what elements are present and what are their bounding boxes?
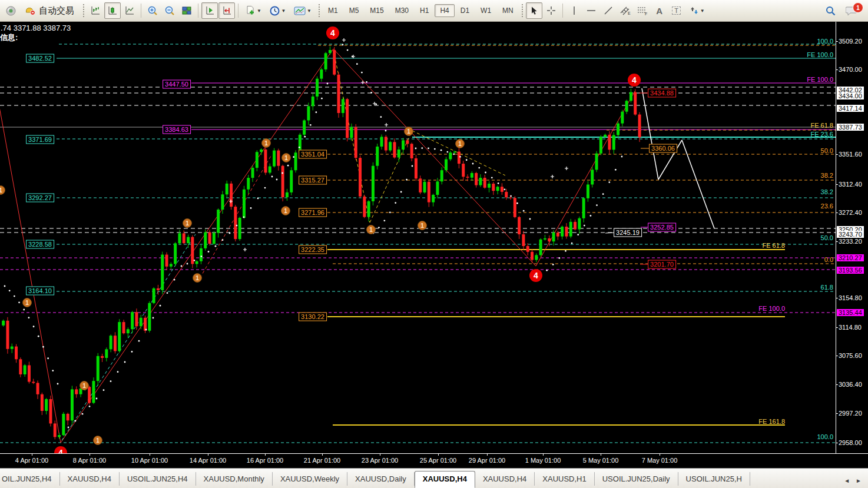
tab-scroll-right-icon[interactable]: ► (854, 477, 863, 484)
zoom-out-button[interactable] (161, 2, 178, 19)
candle-body (337, 75, 340, 113)
sar-dot (608, 181, 610, 183)
chart-tab-active[interactable]: XAUUSD,H4 (415, 471, 475, 488)
trend-line (333, 49, 536, 266)
timeframe-h1-button[interactable]: H1 (415, 4, 434, 17)
tile-windows-button[interactable] (178, 2, 195, 19)
sar-dot (187, 263, 188, 265)
candle-body (299, 135, 302, 152)
candle-body (505, 192, 508, 197)
chart-tab[interactable]: XAUUSD,H4 (475, 472, 535, 486)
candle-body (419, 178, 422, 192)
chart-tab[interactable]: XAUUSD,Weekly (273, 472, 347, 486)
cross-mark (385, 123, 388, 127)
horizontal-line-tool-button[interactable] (583, 2, 599, 19)
timeframe-m30-button[interactable]: M30 (390, 4, 414, 17)
fibonacci-tool-button[interactable]: F (634, 2, 651, 19)
line-chart-icon (124, 5, 135, 16)
sar-dot (68, 427, 69, 429)
candle-body (281, 166, 284, 197)
chart-tab[interactable]: XAUUSD,H1 (535, 472, 594, 486)
sar-dot (110, 380, 112, 382)
sar-dot (75, 420, 77, 422)
candle-body (389, 142, 392, 150)
sar-dot (9, 290, 11, 291)
time-axis[interactable]: 4 Apr 01:008 Apr 01:0010 Apr 01:0014 Apr… (0, 453, 868, 469)
time-axis-label: 4 Apr 01:00 (15, 457, 48, 464)
auto-trading-icon (25, 6, 35, 15)
candle-body (449, 152, 452, 159)
timeframe-w1-button[interactable]: W1 (475, 4, 496, 17)
candlestick-chart-button[interactable] (104, 2, 121, 19)
chart-tab[interactable]: USOIL.JUN25,H4 (120, 472, 196, 486)
auto-trading-button[interactable]: 自动交易 (19, 2, 80, 19)
timeframe-d1-button[interactable]: D1 (455, 4, 475, 17)
candle-body (612, 135, 615, 150)
bar-chart-button[interactable] (87, 2, 104, 19)
sar-dot (276, 179, 278, 181)
sar-dot (602, 193, 604, 195)
arrows-dropdown-icon[interactable]: ▼ (700, 8, 705, 14)
sar-dot (596, 204, 598, 206)
candle-body (6, 321, 9, 349)
timeframe-m1-button[interactable]: M1 (323, 4, 343, 17)
periods-button[interactable]: ▼ (266, 2, 289, 19)
candle-body (92, 381, 95, 403)
zoom-in-button[interactable] (144, 2, 161, 19)
connection-status-button[interactable] (2, 2, 19, 19)
chart-shift-button[interactable] (201, 2, 218, 19)
notifications-button[interactable]: 1 (842, 2, 862, 19)
sar-dot (472, 163, 474, 165)
chart-tab[interactable]: XAUUSD,Monthly (196, 472, 273, 486)
indicators-dropdown-icon[interactable]: ▼ (307, 8, 312, 14)
new-order-button[interactable]: ▼ (241, 2, 265, 19)
text-label-tool-button[interactable]: T (668, 2, 685, 19)
candle-body (148, 303, 151, 331)
periods-dropdown-icon[interactable]: ▼ (281, 8, 286, 14)
candle-body (19, 359, 22, 374)
timeframe-h4-button[interactable]: H4 (435, 4, 454, 17)
sar-dot (299, 147, 300, 148)
chart-tab[interactable]: OIL.JUN25,H4 (0, 472, 60, 486)
channel-icon: E (619, 5, 631, 16)
chart-tabs: OIL.JUN25,H4XAUUSD,H4USOIL.JUN25,H4XAUUS… (0, 471, 750, 488)
candle-body (260, 150, 263, 152)
candle-body (217, 210, 220, 233)
line-chart-button[interactable] (121, 2, 138, 19)
bar-chart-icon (90, 5, 101, 16)
candle-body (243, 190, 246, 218)
arrows-tool-button[interactable]: ▼ (685, 2, 709, 19)
tab-scroll-left-icon[interactable]: ◄ (842, 477, 852, 484)
cursor-tool-button[interactable] (526, 2, 542, 19)
trendline-tool-button[interactable] (600, 2, 617, 19)
candle-body (324, 53, 327, 69)
auto-scroll-button[interactable] (218, 2, 235, 19)
candle-body (565, 227, 568, 237)
indicators-button[interactable]: ▼ (290, 2, 316, 19)
timeframe-mn-button[interactable]: MN (497, 4, 519, 17)
vertical-line-tool-button[interactable] (566, 2, 582, 19)
sar-dot (243, 216, 245, 218)
arrows-icon (690, 6, 699, 15)
search-button[interactable] (822, 2, 839, 19)
sar-dot (281, 172, 283, 174)
new-order-dropdown-icon[interactable]: ▼ (257, 8, 261, 14)
crosshair-tool-button[interactable] (543, 2, 559, 19)
timeframe-m15-button[interactable]: M15 (365, 4, 389, 17)
text-tool-button[interactable]: A (651, 2, 668, 19)
equidistant-channel-tool-button[interactable]: E (617, 2, 634, 19)
candle-body (273, 151, 276, 167)
candle-body (548, 238, 551, 241)
sar-dot (361, 72, 363, 74)
chart-tab[interactable]: XAUUSD,H4 (60, 472, 120, 486)
timeframe-m5-button[interactable]: M5 (344, 4, 365, 17)
sar-dot (400, 191, 402, 193)
chart-tab[interactable]: USOIL.JUN25,Daily (595, 472, 678, 486)
sar-dot (28, 317, 30, 318)
chart-area[interactable]: .74 3371.88 3387.73 信息: 3482.523447.5033… (0, 22, 868, 468)
chart-tab[interactable]: USOIL.JUN25,H (678, 472, 750, 486)
chart-tab[interactable]: XAUUSD,Daily (347, 472, 415, 486)
candle-body (196, 261, 198, 264)
candle-body (402, 140, 405, 150)
candle-body (359, 158, 362, 197)
